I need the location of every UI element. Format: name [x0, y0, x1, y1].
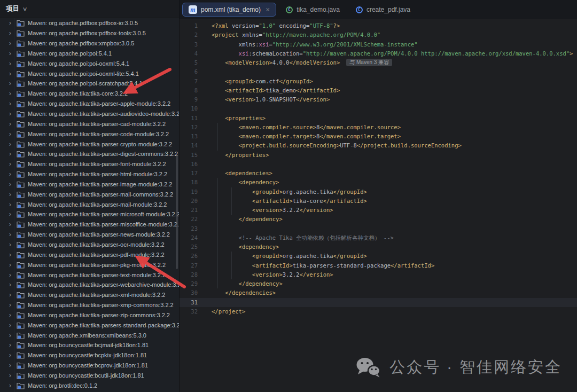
code-line-row[interactable]: 10	[180, 104, 577, 113]
chevron-right-icon[interactable]: ›	[7, 301, 13, 309]
tree-item-maven-library[interactable]: ›Maven: org.apache.tika:tika-parser-imag…	[0, 179, 179, 190]
tree-item-maven-library[interactable]: ›Maven: org.apache.tika:tika-parser-dige…	[0, 149, 179, 159]
chevron-right-icon[interactable]: ›	[7, 50, 13, 57]
code-line-row[interactable]: 28 <version>3.2.2</version>	[180, 270, 577, 279]
chevron-right-icon[interactable]: ›	[7, 210, 13, 218]
tree-item-maven-library[interactable]: ›Maven: org.apache.tika:tika-parser-pdf-…	[0, 249, 179, 260]
code-line-row[interactable]: 13 <maven.compiler.target>8</maven.compi…	[180, 132, 577, 141]
chevron-right-icon[interactable]: ›	[7, 281, 13, 288]
tree-item-maven-library[interactable]: ›Maven: org.apache.tika:tika-parser-mail…	[0, 189, 179, 199]
code-line-row[interactable]: 7 <groupId>com.ctf</groupId>	[180, 77, 577, 86]
close-tab-icon[interactable]: ×	[266, 6, 270, 13]
chevron-right-icon[interactable]: ›	[7, 332, 13, 339]
code-line-row[interactable]: 8 <artifactId>tika_demo</artifactId>	[180, 86, 577, 95]
tree-item-maven-library[interactable]: ›Maven: org.bouncycastle:bcprov-jdk18on:…	[0, 360, 179, 371]
tree-item-maven-library[interactable]: ›Maven: org.apache.tika:tika-parser-text…	[0, 270, 179, 280]
tree-item-maven-library[interactable]: ›Maven: org.apache.tika:tika-parser-micr…	[0, 209, 179, 219]
chevron-right-icon[interactable]: ›	[7, 130, 13, 138]
chevron-right-icon[interactable]: ›	[7, 341, 13, 349]
chevron-right-icon[interactable]: ›	[7, 120, 13, 128]
sidebar-scrollbar-thumb[interactable]	[176, 155, 178, 269]
code-line-row[interactable]: 32</project>	[180, 307, 577, 316]
tree-item-maven-library[interactable]: ›Maven: org.apache.tika:tika-parser-xml-…	[0, 290, 179, 300]
code-line-row[interactable]: 26 <groupId>org.apache.tika</groupId>	[180, 252, 577, 261]
code-line-row[interactable]: 6	[180, 67, 577, 76]
tree-item-maven-library[interactable]: ›Maven: org.apache.tika:tika-parser-code…	[0, 129, 179, 139]
tree-item-maven-library[interactable]: ›Maven: org.brotli:dec:0.1.2	[0, 380, 179, 390]
code-line-row[interactable]: 19 <groupId>org.apache.tika</groupId>	[180, 187, 577, 197]
code-line-row[interactable]: 11 <properties>	[180, 114, 577, 123]
chevron-right-icon[interactable]: ›	[7, 261, 13, 269]
tree-item-maven-library[interactable]: ›Maven: org.apache.tika:tika-parser-news…	[0, 230, 179, 240]
code-line-row[interactable]: 21 <version>3.2.2</version>	[180, 206, 577, 215]
code-line-row[interactable]: 25 <dependency>	[180, 242, 577, 252]
chevron-right-icon[interactable]: ›	[7, 100, 13, 107]
chevron-right-icon[interactable]: ›	[7, 70, 13, 77]
chevron-right-icon[interactable]: ›	[7, 382, 13, 389]
chevron-right-icon[interactable]: ›	[7, 170, 13, 178]
code-line-row[interactable]: 23	[180, 224, 577, 233]
tree-item-maven-library[interactable]: ›Maven: org.apache.tika:tika-parser-misc…	[0, 219, 179, 230]
code-line-row[interactable]: 2<project xmlns="http://maven.apache.org…	[180, 30, 577, 40]
chevron-right-icon[interactable]: ›	[7, 60, 13, 67]
project-panel-header[interactable]: 项目 ∨	[0, 0, 179, 18]
tree-item-maven-library[interactable]: ›Maven: org.apache.tika:tika-parser-xmp-…	[0, 300, 179, 310]
code-line-row[interactable]: 5 <modelVersion>4.0.0</modelVersion>与 Ma…	[180, 58, 577, 67]
code-line-row[interactable]: 15 </properties>	[180, 151, 577, 160]
tree-item-maven-library[interactable]: ›Maven: org.apache.tika:tika-core:3.2.2	[0, 89, 179, 99]
chevron-right-icon[interactable]: ›	[7, 29, 13, 37]
chevron-right-icon[interactable]: ›	[7, 150, 13, 158]
tree-item-maven-library[interactable]: ›Maven: org.apache.tika:tika-parser-font…	[0, 159, 179, 169]
code-line-row[interactable]: 24 <!-- Apache Tika 全功能依赖（包括解析各种文档） -->	[180, 233, 577, 242]
chevron-right-icon[interactable]: ›	[7, 80, 13, 87]
tree-item-maven-library[interactable]: ›Maven: org.apache.tika:tika-parser-cryp…	[0, 139, 179, 149]
code-line-row[interactable]: 1<?xml version="1.0" encoding="UTF-8"?>	[180, 21, 577, 30]
tree-item-maven-library[interactable]: ›Maven: org.bouncycastle:bcutil-jdk18on:…	[0, 371, 179, 381]
tree-item-maven-library[interactable]: ›Maven: org.apache.tika:tika-parsers-sta…	[0, 320, 179, 330]
chevron-right-icon[interactable]: ›	[7, 181, 13, 188]
tree-item-maven-library[interactable]: ›Maven: org.bouncycastle:bcjmail-jdk18on…	[0, 340, 179, 350]
tree-item-maven-library[interactable]: ›Maven: org.apache.xmlbeans:xmlbeans:5.3…	[0, 330, 179, 340]
tree-item-maven-library[interactable]: ›Maven: org.apache.tika:tika-parser-cad-…	[0, 119, 179, 129]
tree-item-maven-library[interactable]: ›Maven: org.apache.poi:poi:5.4.1	[0, 49, 179, 59]
tree-item-maven-library[interactable]: ›Maven: org.apache.poi:poi-ooxml:5.4.1	[0, 58, 179, 68]
code-line-row[interactable]: 27 <artifactId>tika-parsers-standard-pac…	[180, 261, 577, 270]
code-line-row[interactable]: 22 </dependency>	[180, 215, 577, 224]
chevron-right-icon[interactable]: ›	[7, 110, 13, 117]
tree-item-maven-library[interactable]: ›Maven: org.apache.pdfbox:pdfbox-io:3.0.…	[0, 18, 179, 28]
chevron-right-icon[interactable]: ›	[7, 221, 13, 228]
chevron-right-icon[interactable]: ›	[7, 19, 13, 27]
tree-item-maven-library[interactable]: ›Maven: org.apache.tika:tika-parser-mail…	[0, 199, 179, 209]
editor-tab[interactable]: mpom.xml (tika_demo)×	[182, 3, 276, 17]
code-line-row[interactable]: 31	[180, 298, 577, 307]
code-line-row[interactable]: 14 <project.build.sourceEncoding>UTF-8</…	[180, 141, 577, 150]
chevron-right-icon[interactable]: ›	[7, 90, 13, 97]
code-editor[interactable]: 1<?xml version="1.0" encoding="UTF-8"?>2…	[180, 19, 577, 392]
chevron-right-icon[interactable]: ›	[7, 291, 13, 299]
chevron-right-icon[interactable]: ›	[7, 271, 13, 279]
chevron-right-icon[interactable]: ›	[7, 191, 13, 198]
chevron-right-icon[interactable]: ›	[7, 322, 13, 329]
chevron-down-icon[interactable]: ∨	[22, 6, 28, 12]
code-line-row[interactable]: 9 <version>1.0-SNAPSHOT</version>	[180, 95, 577, 104]
code-line-row[interactable]: 20 <artifactId>tika-core</artifactId>	[180, 197, 577, 206]
chevron-right-icon[interactable]: ›	[7, 140, 13, 148]
chevron-right-icon[interactable]: ›	[7, 351, 13, 359]
chevron-right-icon[interactable]: ›	[7, 201, 13, 208]
editor-tab[interactable]: Ccreate_pdf.java	[349, 3, 417, 17]
code-line-row[interactable]: 4 xsi:schemaLocation="http://maven.apach…	[180, 49, 577, 58]
tree-item-maven-library[interactable]: ›Maven: org.apache.tika:tika-parser-appl…	[0, 99, 179, 109]
chevron-right-icon[interactable]: ›	[7, 372, 13, 379]
code-line-row[interactable]: 30 </dependencies>	[180, 288, 577, 297]
chevron-right-icon[interactable]: ›	[7, 251, 13, 258]
tree-item-maven-library[interactable]: ›Maven: org.apache.poi:poi-ooxml-lite:5.…	[0, 68, 179, 79]
tree-item-maven-library[interactable]: ›Maven: org.bouncycastle:bcpkix-jdk18on:…	[0, 350, 179, 360]
code-line-row[interactable]: 16	[180, 160, 577, 169]
tree-item-maven-library[interactable]: ›Maven: org.apache.tika:tika-parser-ocr-…	[0, 240, 179, 250]
tree-item-maven-library[interactable]: ›Maven: org.apache.tika:tika-parser-audi…	[0, 109, 179, 119]
chevron-right-icon[interactable]: ›	[7, 40, 13, 47]
code-line-row[interactable]: 12 <maven.compiler.source>8</maven.compi…	[180, 123, 577, 132]
chevron-right-icon[interactable]: ›	[7, 160, 13, 168]
tree-item-maven-library[interactable]: ›Maven: org.apache.tika:tika-parser-html…	[0, 169, 179, 179]
chevron-right-icon[interactable]: ›	[7, 362, 13, 369]
